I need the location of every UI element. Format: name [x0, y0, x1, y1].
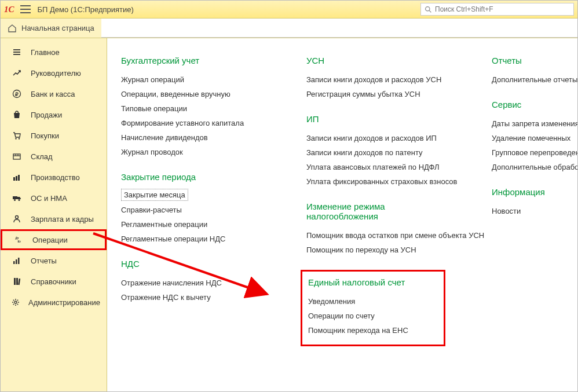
- sidebar-item-1[interactable]: Руководителю: [1, 63, 107, 83]
- group-heading[interactable]: НДС: [121, 259, 272, 269]
- menu-group: Бухгалтерский учетЖурнал операцийОпераци…: [121, 56, 272, 159]
- column-2: УСНЗаписи книги доходов и расходов УСНРе…: [306, 56, 457, 391]
- sidebar-item-0[interactable]: Главное: [1, 42, 107, 63]
- svg-rect-24: [18, 258, 20, 264]
- menu-link[interactable]: Отражение НДС к вычету: [121, 290, 272, 305]
- menu-link[interactable]: Регистрация суммы убытка УСН: [306, 87, 457, 101]
- menu-link[interactable]: Регламентные операции НДС: [121, 232, 272, 246]
- home-tab[interactable]: Начальная страница: [1, 19, 102, 38]
- svg-point-0: [426, 6, 430, 10]
- search-icon: [425, 6, 432, 13]
- search-wrap[interactable]: [420, 3, 574, 16]
- sidebar-item-5[interactable]: Склад: [1, 146, 107, 167]
- svg-rect-14: [16, 176, 17, 181]
- menu-link[interactable]: Типовые операции: [121, 101, 272, 116]
- sidebar-item-label: Отчеты: [31, 257, 57, 265]
- menu-link[interactable]: Регламентные операции: [121, 217, 272, 232]
- menu-icon: [11, 46, 23, 58]
- group-heading[interactable]: Изменение режима налогообложения: [306, 202, 457, 221]
- menu-link[interactable]: Записи книги доходов по патенту: [306, 145, 457, 160]
- group-heading[interactable]: Закрытие периода: [121, 172, 272, 182]
- menu-link[interactable]: Уведомления: [308, 294, 438, 309]
- hamburger-icon[interactable]: [20, 5, 31, 13]
- factory-icon: [11, 171, 23, 183]
- menu-link[interactable]: Начисление дивидендов: [121, 130, 272, 145]
- menu-link[interactable]: Справки-расчеты: [121, 203, 272, 217]
- sidebar-item-11[interactable]: Справочники: [1, 271, 107, 292]
- sidebar: ГлавноеРуководителю₽Банк и кассаПродажиП…: [1, 38, 107, 391]
- column-3: ОтчетыДополнительные отчетыСервисДаты за…: [492, 56, 577, 391]
- menu-link[interactable]: Помощник по переходу на УСН: [306, 243, 457, 257]
- sidebar-item-label: Продажи: [31, 111, 62, 119]
- menu-group: Изменение режима налогообложенияПомощник…: [306, 202, 457, 257]
- content-area: Бухгалтерский учетЖурнал операцийОпераци…: [107, 38, 577, 391]
- menu-link[interactable]: Удаление помеченных: [492, 131, 577, 145]
- svg-rect-15: [18, 175, 20, 181]
- svg-rect-27: [18, 279, 20, 285]
- person-icon: [11, 213, 23, 225]
- svg-text:₽: ₽: [15, 91, 19, 97]
- sidebar-item-7[interactable]: ОС и НМА: [1, 188, 107, 208]
- group-heading[interactable]: УСН: [306, 56, 457, 65]
- group-heading[interactable]: Бухгалтерский учет: [121, 56, 272, 65]
- menu-link[interactable]: Групповое перепроведение: [492, 145, 577, 160]
- menu-link[interactable]: Помощник ввода остатков при смене объект…: [306, 228, 457, 243]
- svg-rect-26: [16, 278, 18, 285]
- sidebar-item-9[interactable]: ДтКтОперации: [1, 229, 107, 250]
- menu-link[interactable]: Уплата авансовых платежей по НДФЛ: [306, 160, 457, 174]
- menu-link[interactable]: Операции по счету: [308, 309, 438, 323]
- sidebar-item-12[interactable]: Администрирование: [1, 292, 107, 313]
- menu-link[interactable]: Отражение начисления НДС: [121, 276, 272, 290]
- menu-link[interactable]: Записи книги доходов и расходов УСН: [306, 72, 457, 87]
- sidebar-item-10[interactable]: Отчеты: [1, 250, 107, 271]
- bag-icon: [11, 109, 23, 120]
- sidebar-item-2[interactable]: ₽Банк и касса: [1, 83, 107, 104]
- sidebar-item-label: Производство: [31, 173, 80, 182]
- svg-point-19: [16, 216, 19, 219]
- svg-point-17: [14, 199, 16, 201]
- sidebar-item-8[interactable]: Зарплата и кадры: [1, 208, 107, 229]
- home-icon: [8, 24, 17, 33]
- truck-icon: [11, 192, 23, 204]
- dtkt-icon: ДтКт: [13, 234, 24, 246]
- menu-link[interactable]: Журнал операций: [121, 72, 272, 87]
- logo-1c: 1С: [4, 5, 14, 14]
- sidebar-item-label: Склад: [31, 152, 53, 161]
- menu-group: СервисДаты запрета измененияУдаление пом…: [492, 100, 577, 174]
- sidebar-item-label: Зарплата и кадры: [31, 215, 94, 224]
- sidebar-item-4[interactable]: Покупки: [1, 125, 107, 146]
- sidebar-item-label: Операции: [32, 236, 68, 244]
- menu-link[interactable]: Уплата фиксированных страховых взносов: [306, 174, 457, 189]
- group-heading[interactable]: Отчеты: [492, 56, 577, 65]
- menu-link[interactable]: Новости: [492, 204, 577, 218]
- menu-link[interactable]: Операции, введенные вручную: [121, 87, 272, 101]
- chart-icon: [11, 255, 23, 266]
- svg-point-7: [15, 138, 16, 139]
- menu-group: ИПЗаписи книги доходов и расходов ИПЗапи…: [306, 114, 457, 189]
- menu-link[interactable]: Закрытие месяца: [121, 189, 188, 201]
- group-heading[interactable]: ИП: [306, 114, 457, 124]
- sidebar-item-label: Руководителю: [31, 69, 81, 78]
- group-heading[interactable]: Сервис: [492, 100, 577, 109]
- group-heading[interactable]: Информация: [492, 187, 577, 197]
- sidebar-item-3[interactable]: Продажи: [1, 104, 107, 125]
- group-heading[interactable]: Единый налоговый счет: [308, 277, 438, 287]
- menu-link[interactable]: Формирование уставного капитала: [121, 116, 272, 130]
- menu-link[interactable]: Записи книги доходов и расходов ИП: [306, 131, 457, 145]
- svg-line-1: [429, 10, 431, 12]
- books-icon: [11, 276, 23, 287]
- sidebar-item-label: Администрирование: [28, 298, 100, 307]
- menu-link[interactable]: Дополнительные обработки: [492, 160, 577, 174]
- svg-text:Кт: Кт: [17, 240, 21, 243]
- svg-rect-16: [13, 196, 17, 199]
- svg-rect-13: [13, 177, 15, 181]
- menu-link[interactable]: Дополнительные отчеты: [492, 72, 577, 87]
- menu-group: Единый налоговый счетУведомленияОперации…: [301, 270, 445, 346]
- menu-group: Закрытие периодаЗакрытие месяцаСправки-р…: [121, 172, 272, 246]
- search-input[interactable]: [435, 5, 570, 13]
- menu-link[interactable]: Помощник перехода на ЕНС: [308, 323, 438, 338]
- menu-link[interactable]: Журнал проводок: [121, 145, 272, 159]
- menu-link[interactable]: Даты запрета изменения: [492, 116, 577, 131]
- sidebar-item-6[interactable]: Производство: [1, 167, 107, 188]
- svg-rect-22: [13, 261, 15, 264]
